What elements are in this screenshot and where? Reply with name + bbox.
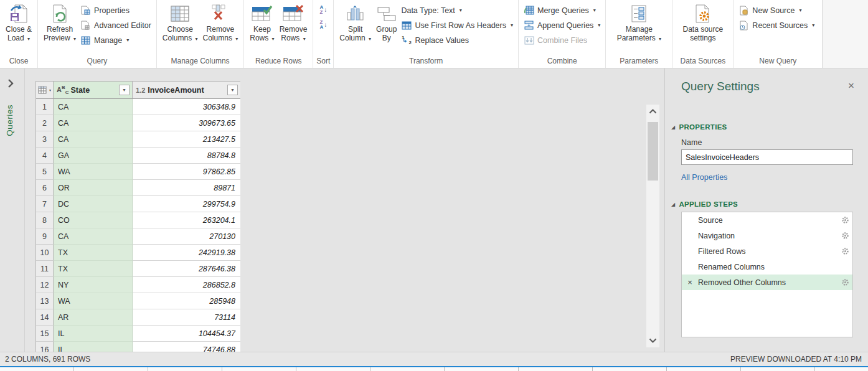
row-number: 14 bbox=[36, 309, 54, 326]
group-by-line1: Group bbox=[376, 25, 397, 34]
choose-columns-button[interactable]: Choose Columns ▾ bbox=[160, 0, 200, 44]
status-columns-rows: 2 COLUMNS, 691 ROWS bbox=[5, 355, 90, 364]
parameters-group-label: Parameters bbox=[609, 55, 669, 68]
dropdown-caret-icon: ▾ bbox=[49, 88, 51, 92]
row-number: 7 bbox=[36, 196, 54, 212]
manage-parameters-button[interactable]: Manage Parameters ▾ bbox=[615, 0, 664, 44]
properties-section-header[interactable]: ◢ PROPERTIES bbox=[671, 123, 727, 131]
advanced-editor-label: Advanced Editor bbox=[94, 21, 151, 30]
new-source-button[interactable]: New Source ▾ bbox=[737, 4, 816, 17]
replace-values-button[interactable]: 1 ↳ 2 Replace Values bbox=[399, 34, 515, 47]
dropdown-caret-icon: ▾ bbox=[27, 36, 30, 42]
applied-steps-section-header[interactable]: ◢ APPLIED STEPS bbox=[671, 200, 738, 208]
dropdown-caret-icon: ▾ bbox=[126, 37, 129, 43]
column-header-invoiceamount[interactable]: 1.2 InvoiceAmount ▼ bbox=[133, 82, 240, 98]
scroll-down-button[interactable] bbox=[646, 335, 659, 346]
remove-columns-button[interactable]: Remove Columns ▾ bbox=[200, 0, 241, 44]
sort-descending-button[interactable]: ZA ↓ bbox=[319, 20, 327, 30]
state-cell: IL bbox=[54, 342, 133, 352]
row-number: 9 bbox=[36, 228, 54, 245]
table-row: 10 TX 242919.38 bbox=[36, 245, 240, 261]
applied-step-item[interactable]: × Removed Other Columns bbox=[682, 275, 852, 290]
refresh-preview-button[interactable]: Refresh Preview ▾ bbox=[41, 0, 78, 44]
properties-label: Properties bbox=[94, 6, 130, 15]
row-number: 15 bbox=[36, 326, 54, 342]
manage-button[interactable]: Manage ▾ bbox=[78, 34, 153, 47]
remove-rows-icon bbox=[283, 2, 304, 25]
table-row: 3 CA 213427.5 bbox=[36, 131, 240, 148]
append-queries-icon bbox=[524, 21, 534, 30]
table-header-icon bbox=[401, 21, 412, 30]
append-queries-label: Append Queries bbox=[537, 21, 593, 30]
choose-columns-icon bbox=[170, 2, 190, 25]
table-row: 4 GA 88784.8 bbox=[36, 148, 240, 164]
select-all-table-button[interactable]: ▾ bbox=[36, 82, 54, 98]
merge-queries-button[interactable]: Merge Queries ▾ bbox=[522, 4, 602, 17]
properties-button[interactable]: Properties bbox=[78, 4, 153, 17]
column-header-state[interactable]: ABC State ▼ bbox=[54, 82, 133, 98]
table-row: 12 NY 286852.8 bbox=[36, 277, 240, 293]
dropdown-caret-icon: ▾ bbox=[196, 36, 198, 42]
close-and-load-label-line1: Close & bbox=[6, 25, 32, 34]
use-first-row-as-headers-button[interactable]: Use First Row As Headers ▾ bbox=[399, 19, 515, 32]
ribbon-group-combine: Merge Queries ▾ Append Queries ▾ bbox=[519, 0, 606, 68]
invoice-amount-cell: 73114 bbox=[133, 309, 240, 326]
close-and-load-button[interactable]: Close & Load ▾ bbox=[3, 0, 34, 44]
column-filter-button[interactable]: ▼ bbox=[227, 85, 238, 95]
collapse-triangle-icon: ◢ bbox=[671, 124, 675, 130]
data-type-button[interactable]: Data Type: Text ▾ bbox=[399, 4, 515, 17]
manage-label: Manage bbox=[94, 36, 122, 45]
queries-pane-collapsed: Queries bbox=[0, 68, 25, 352]
new-query-group-label: New Query bbox=[737, 55, 819, 68]
table-row: 5 WA 97862.85 bbox=[36, 164, 240, 180]
invoice-amount-cell: 270130 bbox=[133, 228, 240, 245]
collapse-triangle-icon: ◢ bbox=[671, 202, 675, 207]
data-source-settings-button[interactable]: Data source settings bbox=[681, 0, 726, 42]
split-column-button[interactable]: Split Column ▾ bbox=[337, 0, 374, 44]
ribbon-empty-area bbox=[823, 0, 868, 68]
remove-rows-button[interactable]: Remove Rows ▾ bbox=[277, 0, 310, 44]
manage-icon bbox=[80, 36, 91, 45]
ribbon: Close & Load ▾ Close Refresh Preview ▾ bbox=[0, 0, 868, 68]
step-settings-gear-icon[interactable] bbox=[837, 247, 852, 255]
keep-rows-line1: Keep bbox=[253, 25, 271, 34]
scrollbar-thumb[interactable] bbox=[648, 122, 658, 181]
close-panel-icon[interactable]: × bbox=[848, 80, 854, 92]
row-number: 3 bbox=[36, 131, 54, 148]
applied-step-item[interactable]: Filtered Rows bbox=[682, 243, 852, 259]
append-queries-button[interactable]: Append Queries ▾ bbox=[522, 19, 602, 32]
state-cell: OR bbox=[54, 180, 133, 196]
group-by-line2: By bbox=[382, 34, 391, 42]
state-cell: CA bbox=[54, 115, 133, 131]
row-number: 1 bbox=[36, 99, 54, 115]
vertical-scrollbar[interactable] bbox=[646, 105, 659, 347]
step-settings-gear-icon[interactable] bbox=[837, 232, 852, 240]
step-settings-gear-icon[interactable] bbox=[837, 216, 852, 224]
expand-queries-pane-button[interactable] bbox=[7, 78, 14, 91]
replace-values-icon: 1 ↳ 2 bbox=[402, 35, 412, 45]
data-type-label: Data Type: Text bbox=[401, 6, 455, 15]
query-name-input[interactable] bbox=[681, 149, 853, 165]
applied-step-item[interactable]: Navigation bbox=[682, 228, 852, 243]
applied-step-item[interactable]: Source bbox=[682, 212, 852, 228]
applied-step-item[interactable]: Renamed Columns bbox=[682, 259, 852, 275]
data-source-settings-line2: settings bbox=[690, 34, 715, 42]
column-filter-button[interactable]: ▼ bbox=[119, 85, 130, 95]
state-cell: CO bbox=[54, 212, 133, 228]
queries-pane-tab[interactable]: Queries bbox=[5, 105, 14, 136]
recent-sources-button[interactable]: Recent Sources ▾ bbox=[737, 19, 816, 32]
delete-step-icon[interactable]: × bbox=[682, 278, 698, 287]
all-properties-link[interactable]: All Properties bbox=[681, 173, 727, 182]
combine-files-button[interactable]: Combine Files bbox=[522, 34, 602, 47]
keep-rows-button[interactable]: Keep Rows ▾ bbox=[247, 0, 276, 44]
sort-ascending-button[interactable]: AZ ↓ bbox=[319, 5, 327, 15]
step-label: Removed Other Columns bbox=[698, 278, 837, 287]
data-source-settings-line1: Data source bbox=[683, 25, 724, 34]
step-label: Source bbox=[698, 216, 837, 225]
step-settings-gear-icon[interactable] bbox=[837, 278, 852, 286]
group-by-button[interactable]: Group By bbox=[374, 0, 399, 42]
advanced-editor-button[interactable]: Advanced Editor bbox=[78, 19, 153, 32]
step-label: Filtered Rows bbox=[698, 247, 837, 256]
state-cell: TX bbox=[54, 245, 133, 261]
scroll-up-button[interactable] bbox=[646, 106, 659, 117]
